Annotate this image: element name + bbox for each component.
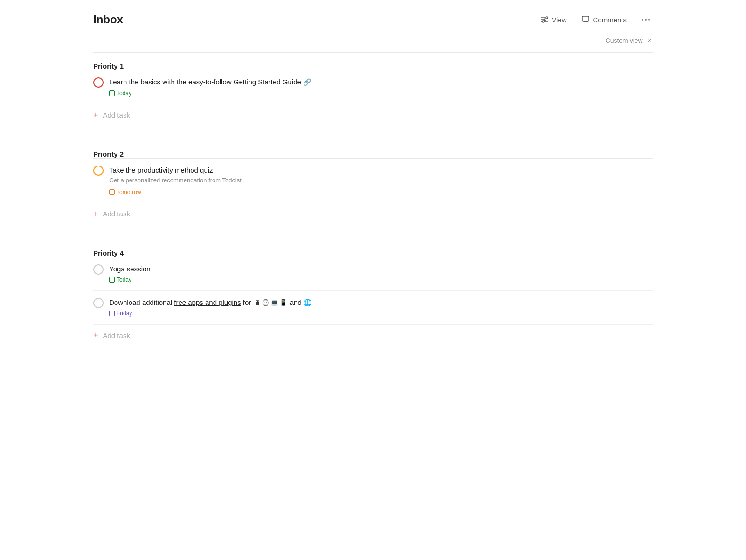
task-checkbox-4[interactable] [93,298,104,308]
plus-icon-2: + [93,210,98,218]
plus-icon-1: + [93,111,98,119]
task-title-3: Yoga session [109,264,653,274]
svg-point-3 [546,17,548,19]
calendar-icon-4 [109,311,115,316]
task-item: Learn the basics with the easy-to-follow… [93,70,653,104]
dot-3 [648,19,650,21]
device-icon-1: 🖥 [254,298,261,308]
priority-group-4: Priority 4 Yoga session Today Download a… [93,240,653,346]
device-icon-4: 📱 [279,298,287,308]
view-button[interactable]: View [538,14,569,26]
view-label: View [552,16,566,24]
comments-label: Comments [593,16,627,24]
calendar-icon-1 [109,90,115,96]
task-date-3: Today [109,277,131,283]
priority-2-header: Priority 2 [93,141,653,158]
task-description-2: Get a personalized recommendation from T… [109,176,653,185]
task-item-2: Take the productivity method quiz Get a … [93,159,653,203]
custom-view-bar: Custom view × [93,34,653,52]
plus-icon-4: + [93,331,98,339]
priority-4-header: Priority 4 [93,240,653,257]
task-checkbox-2[interactable] [93,166,104,176]
task-content-1: Learn the basics with the easy-to-follow… [109,77,653,97]
task-content-4: Download additional free apps and plugin… [109,297,653,318]
priority-group-1: Priority 1 Learn the basics with the eas… [93,53,653,126]
task-date-2: Tomorrow [109,189,141,195]
page-header: Inbox View Comments [93,0,653,34]
device-icon-3: 💻 [270,298,278,308]
task-checkbox-3[interactable] [93,264,104,275]
task-link-2[interactable]: productivity method quiz [138,166,213,174]
task-title-1: Learn the basics with the easy-to-follow… [109,77,653,87]
svg-point-5 [542,21,544,22]
task-link-1[interactable]: Getting Started Guide [234,78,301,86]
add-task-priority-1[interactable]: + Add task [93,104,653,126]
calendar-icon-3 [109,277,115,283]
task-title-2: Take the productivity method quiz [109,165,653,175]
task-link-4[interactable]: free apps and plugins [174,298,241,306]
add-task-priority-2[interactable]: + Add task [93,203,653,225]
svg-point-4 [544,19,546,21]
task-item-3: Yoga session Today [93,257,653,291]
task-content-2: Take the productivity method quiz Get a … [109,165,653,196]
task-item-4: Download additional free apps and plugin… [93,291,653,325]
header-actions: View Comments [538,14,653,26]
comment-icon [581,15,590,24]
task-date-1: Today [109,90,131,97]
dot-1 [642,19,643,21]
task-date-4: Friday [109,310,132,317]
priority-1-header: Priority 1 [93,53,653,70]
add-task-priority-4[interactable]: + Add task [93,325,653,346]
chain-icon: 🔗 [303,78,311,86]
page-title: Inbox [93,13,123,26]
task-checkbox-1[interactable] [93,77,104,88]
comments-button[interactable]: Comments [579,14,629,26]
view-icon [540,15,549,24]
task-title-4: Download additional free apps and plugin… [109,297,653,308]
custom-view-label: Custom view [606,37,643,44]
device-icon-5: 🌐 [304,299,311,306]
add-task-label-2: Add task [103,210,130,218]
device-icons: 🖥 ⌚ 💻 📱 [254,298,287,308]
calendar-icon-2 [109,189,115,195]
priority-group-2: Priority 2 Take the productivity method … [93,141,653,225]
dot-2 [645,19,647,21]
svg-rect-6 [582,16,589,21]
more-options-button[interactable] [639,17,653,22]
add-task-label-4: Add task [103,332,130,339]
task-content-3: Yoga session Today [109,264,653,284]
add-task-label-1: Add task [103,111,130,119]
device-icon-2: ⌚ [262,298,269,308]
custom-view-close-button[interactable]: × [647,36,653,45]
